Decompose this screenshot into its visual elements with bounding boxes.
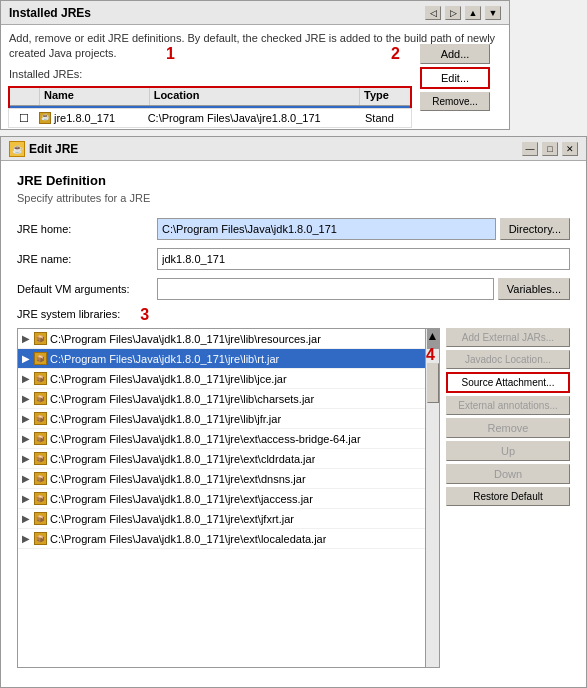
default-vm-label: Default VM arguments:	[17, 283, 157, 295]
external-annotations-btn[interactable]: External annotations...	[446, 396, 570, 415]
nav-up-btn[interactable]: ▲	[465, 6, 481, 20]
lib-row[interactable]: ▶ 📦 C:\Program Files\Java\jdk1.8.0_171\j…	[18, 449, 439, 469]
row2-type: Stand	[361, 112, 411, 124]
variables-btn[interactable]: Variables...	[498, 278, 570, 300]
jre-name-input[interactable]	[157, 248, 570, 270]
installed-jres-titlebar: Installed JREs ◁ ▷ ▲ ▼	[1, 1, 509, 25]
lib-row[interactable]: ▶ 📦 C:\Program Files\Java\jdk1.8.0_171\j…	[18, 509, 439, 529]
installed-jres-title: Installed JREs	[9, 6, 91, 20]
lib-path: C:\Program Files\Java\jdk1.8.0_171\jre\l…	[50, 393, 314, 405]
lib-row[interactable]: ▶ 📦 C:\Program Files\Java\jdk1.8.0_171\j…	[18, 329, 439, 349]
edit-close-btn[interactable]: ✕	[562, 142, 578, 156]
lib-icon: 📦	[34, 532, 47, 545]
col-check	[10, 88, 40, 105]
add-external-btn[interactable]: Add External JARs...	[446, 328, 570, 347]
nav-back-btn[interactable]: ◁	[425, 6, 441, 20]
scroll-thumb[interactable]	[427, 363, 439, 403]
lib-row[interactable]: ▶ 📦 C:\Program Files\Java\jdk1.8.0_171\j…	[18, 369, 439, 389]
expand-arrow: ▶	[22, 333, 34, 344]
lib-icon: 📦	[34, 472, 47, 485]
add-jre-btn[interactable]: Add...	[420, 44, 490, 64]
jre-home-row: JRE home: Directory...	[17, 218, 570, 240]
annotation-3: 3	[140, 306, 149, 324]
col-location: Location	[150, 88, 360, 105]
row2-location: C:\Program Files\Java\jre1.8.0_171	[144, 112, 361, 124]
expand-arrow: ▶	[22, 513, 34, 524]
annotation-4: 4	[426, 346, 435, 364]
edit-jre-icon: ☕	[9, 141, 25, 157]
syslibs-container: ▶ 📦 C:\Program Files\Java\jdk1.8.0_171\j…	[17, 328, 570, 668]
lib-rows-container: ▶ 📦 C:\Program Files\Java\jdk1.8.0_171\j…	[18, 329, 439, 549]
lib-row[interactable]: ▶ 📦 C:\Program Files\Java\jdk1.8.0_171\j…	[18, 489, 439, 509]
lib-path: C:\Program Files\Java\jdk1.8.0_171\jre\l…	[50, 413, 281, 425]
lib-icon: 📦	[34, 372, 47, 385]
lib-path: C:\Program Files\Java\jdk1.8.0_171\jre\e…	[50, 473, 306, 485]
lib-path: C:\Program Files\Java\jdk1.8.0_171\jre\e…	[50, 533, 326, 545]
lib-path: C:\Program Files\Java\jdk1.8.0_171\jre\e…	[50, 513, 294, 525]
up-btn[interactable]: Up	[446, 441, 570, 461]
jre-name-label: JRE name:	[17, 253, 157, 265]
edit-jre-titlebar-buttons: — □ ✕	[522, 142, 578, 156]
nav-forward-btn[interactable]: ▷	[445, 6, 461, 20]
lib-icon: 📦	[34, 492, 47, 505]
lib-path: C:\Program Files\Java\jdk1.8.0_171\jre\e…	[50, 433, 361, 445]
source-attachment-btn[interactable]: Source Attachment...	[446, 372, 570, 393]
lib-row[interactable]: ▶ 📦 C:\Program Files\Java\jdk1.8.0_171\j…	[18, 409, 439, 429]
titlebar-buttons: ◁ ▷ ▲ ▼	[425, 6, 501, 20]
edit-maximize-btn[interactable]: □	[542, 142, 558, 156]
lib-path: C:\Program Files\Java\jdk1.8.0_171\jre\l…	[50, 373, 287, 385]
expand-arrow: ▶	[22, 433, 34, 444]
restore-default-btn[interactable]: Restore Default	[446, 487, 570, 506]
col-name: Name	[40, 88, 150, 105]
expand-arrow: ▶	[22, 453, 34, 464]
expand-arrow: ▶	[22, 473, 34, 484]
lib-icon: 📦	[34, 332, 47, 345]
lib-icon: 📦	[34, 432, 47, 445]
expand-arrow: ▶	[22, 533, 34, 544]
edit-jre-panel: ☕ Edit JRE — □ ✕ JRE Definition Specify …	[0, 136, 587, 688]
javadoc-btn[interactable]: Javadoc Location...	[446, 350, 570, 369]
jre-home-label: JRE home:	[17, 223, 157, 235]
lib-path: C:\Program Files\Java\jdk1.8.0_171\jre\e…	[50, 453, 315, 465]
col-type: Type	[360, 88, 410, 105]
syslibs-label-row: JRE system libraries: 3	[17, 308, 570, 324]
lib-icon: 📦	[34, 512, 47, 525]
default-vm-input[interactable]	[157, 278, 494, 300]
jre-definition-subtitle: Specify attributes for a JRE	[17, 192, 570, 204]
lib-icon: 📦	[34, 392, 47, 405]
scrollbar[interactable]: ▲	[425, 329, 439, 667]
lib-path: C:\Program Files\Java\jdk1.8.0_171\jre\l…	[50, 353, 279, 365]
edit-jre-btn[interactable]: Edit...	[420, 67, 490, 89]
expand-arrow: ▶	[22, 413, 34, 424]
jre-row-2[interactable]: ☐ ☕ jre1.8.0_171 C:\Program Files\Java\j…	[8, 108, 412, 128]
expand-arrow: ▶	[22, 373, 34, 384]
directory-btn[interactable]: Directory...	[500, 218, 570, 240]
default-vm-row: Default VM arguments: Variables...	[17, 278, 570, 300]
lib-icon: 📦	[34, 352, 47, 365]
jre-icon: ☕	[39, 112, 51, 124]
syslibs-label: JRE system libraries:	[17, 308, 120, 320]
nav-down-btn[interactable]: ▼	[485, 6, 501, 20]
lib-row[interactable]: ▶ 📦 C:\Program Files\Java\jdk1.8.0_171\j…	[18, 389, 439, 409]
lib-path: C:\Program Files\Java\jdk1.8.0_171\jre\e…	[50, 493, 313, 505]
jre-definition-title: JRE Definition	[17, 173, 570, 188]
jres-table-header: Name Location Type	[10, 88, 410, 106]
edit-minimize-btn[interactable]: —	[522, 142, 538, 156]
lib-icon: 📦	[34, 412, 47, 425]
lib-row[interactable]: ▶ 📦 C:\Program Files\Java\jdk1.8.0_171\j…	[18, 469, 439, 489]
remove-btn[interactable]: Remove	[446, 418, 570, 438]
syslibs-buttons-panel: Add External JARs... Javadoc Location...…	[440, 328, 570, 668]
jres-side-buttons: Add... Edit... Remove...	[420, 44, 490, 111]
lib-row[interactable]: ▶ 📦 C:\Program Files\Java\jdk1.8.0_171\j…	[18, 349, 439, 369]
remove-jre-btn[interactable]: Remove...	[420, 92, 490, 111]
down-btn[interactable]: Down	[446, 464, 570, 484]
edit-jre-title-area: ☕ Edit JRE	[9, 141, 78, 157]
lib-path: C:\Program Files\Java\jdk1.8.0_171\jre\l…	[50, 333, 321, 345]
row2-check: ☐	[9, 112, 39, 125]
lib-row[interactable]: ▶ 📦 C:\Program Files\Java\jdk1.8.0_171\j…	[18, 529, 439, 549]
lib-row[interactable]: ▶ 📦 C:\Program Files\Java\jdk1.8.0_171\j…	[18, 429, 439, 449]
lib-icon: 📦	[34, 452, 47, 465]
jre-home-input[interactable]	[157, 218, 496, 240]
edit-jre-titlebar: ☕ Edit JRE — □ ✕	[1, 137, 586, 161]
expand-arrow: ▶	[22, 393, 34, 404]
